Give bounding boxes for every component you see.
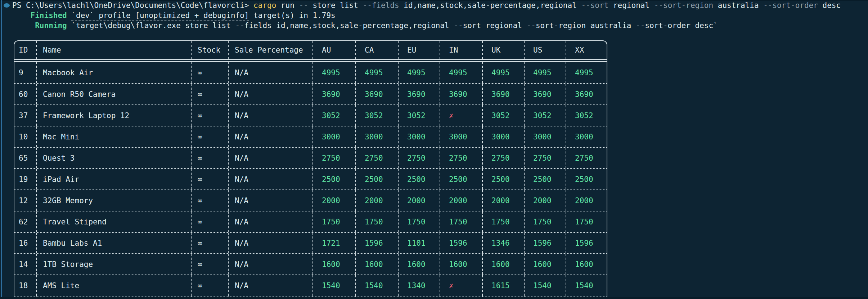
cell-region-in: 2000 [440,190,482,211]
cell-sale-percentage: N/A [228,62,312,83]
cell-id: 14 [14,254,36,275]
cell-name: iPad Air [36,169,191,189]
cell-id: 16 [14,233,36,253]
cell-region-in: 2500 [440,169,482,189]
cell-region-au: 4995 [312,62,355,83]
cell-name: Macbook Air [36,62,191,83]
cell-region-eu: 1600 [398,254,440,275]
cell-stock: ∞ [191,190,228,211]
table-row: 18AMS Lite∞N/A154015401340✗161515401540 [14,275,607,296]
cell-region-uk: 1346 [482,233,524,253]
cell-region-eu: 2750 [398,148,440,168]
terminal-text-segment: --fields [363,1,399,10]
cell-stock: ∞ [191,211,228,232]
cell-region-us: 3000 [524,126,566,147]
table-row: 9Macbook Air∞N/A499549954995499549954995… [14,62,607,83]
terminal-text-segment: target(s) in 1.79s [249,11,335,20]
cell-region-uk: 1600 [482,254,524,275]
column-header-xx: XX [566,41,606,59]
cell-stock: ∞ [191,62,228,83]
cell-stock: ∞ [191,148,228,168]
cell-region-eu: 3052 [398,105,440,126]
prompt-block-indicator-icon [4,3,10,8]
cell-region-uk: 2750 [482,148,524,168]
terminal-text-segment: store list [308,1,363,10]
cell-region-ca: 4995 [355,62,398,83]
column-header-au: AU [312,41,355,59]
cell-region-au: 1540 [312,275,355,296]
terminal-text-segment: --sort [581,1,608,10]
cell-region-au: 2750 [312,148,355,168]
cell-region-in: 2750 [440,148,482,168]
terminal-window: PS C:\Users\lachl\OneDrive\Documents\Cod… [0,0,868,299]
cell-region-au: 2000 [312,190,355,211]
cell-region-eu: 1340 [398,275,440,296]
terminal-text-segment [67,11,72,20]
table-row: 141TB Storage∞N/A16001600160016001600160… [14,253,607,275]
cell-region-xx: 1596 [566,233,606,253]
cell-stock: ∞ [191,84,228,104]
table-row: 37Framework Laptop 12∞N/A305230523052✗30… [14,104,607,126]
column-header-sale-percentage: Sale Percentage [228,41,312,59]
cell-id: 10 [14,126,36,147]
cell-region-eu: 1101 [398,233,440,253]
cell-id: 19 [14,169,36,189]
cell-sale-percentage: N/A [228,148,312,168]
store-list-table: IDNameStockSale PercentageAUCAEUINUKUSXX… [14,40,607,299]
window-left-edge [1,0,2,299]
cell-stock: ∞ [191,233,228,253]
column-header-id: ID [14,41,36,59]
column-header-uk: UK [482,41,524,59]
cell-stock: ∞ [191,254,228,275]
cell-region-ca: 1600 [355,254,398,275]
cell-region-ca: 3052 [355,105,398,126]
cell-region-in: 3690 [440,84,482,104]
terminal-text-segment [12,21,35,30]
cell-region-ca: 3690 [355,84,398,104]
terminal-text-segment: -- [299,1,308,10]
cell-sale-percentage: N/A [228,254,312,275]
cell-region-us: 1540 [524,275,566,296]
terminal-text-segment: cargo [253,1,276,10]
cell-region-xx: 2000 [566,190,606,211]
cell-id: 65 [14,148,36,168]
cell-region-xx: 1750 [566,211,606,232]
cell-region-ca: 3000 [355,126,398,147]
terminal-text-segment: `target\debug\flavor.exe store list --fi… [67,21,718,30]
cell-region-au: 2500 [312,169,355,189]
cell-region-ca: 1596 [355,233,398,253]
cell-region-ca: 1750 [355,211,398,232]
column-header-us: US [524,41,566,59]
cell-region-us: 1750 [524,211,566,232]
cell-name: Travel Stipend [36,211,191,232]
cell-name: Mac Mini [36,126,191,147]
cell-region-uk: 3000 [482,126,524,147]
cell-sale-percentage: N/A [228,169,312,189]
terminal-text-segment: PS C:\Users\lachl\OneDrive\Documents\Cod… [12,1,253,10]
table-row: 62Travel Stipend∞N/A17501750175017501750… [14,211,607,232]
table-row: 10Mac Mini∞N/A30003000300030003000300030… [14,126,607,147]
cell-stock: ∞ [191,275,228,296]
cell-region-eu: 3690 [398,84,440,104]
cell-region-uk: 2000 [482,190,524,211]
cell-region-ca: 2500 [355,169,398,189]
table-row: 60Canon R50 Camera∞N/A369036903690369036… [14,83,607,104]
cell-name: Bambu Labs A1 [36,233,191,253]
window-bottom-edge [0,297,868,299]
cell-region-us: 3052 [524,105,566,126]
cell-region-xx: 2750 [566,148,606,168]
terminal-text-segment: id,name,stock,sale-percentage,regional [399,1,581,10]
column-header-eu: EU [398,41,440,59]
cell-region-xx: 1600 [566,254,606,275]
terminal-text-segment: --sort-region [654,1,713,10]
column-header-name: Name [36,41,191,59]
cell-sale-percentage: N/A [228,233,312,253]
cell-region-us: 3690 [524,84,566,104]
cell-region-in: 1596 [440,233,482,253]
cell-region-in: ✗ [440,275,482,296]
cell-id: 37 [14,105,36,126]
cell-region-xx: 3052 [566,105,606,126]
cell-stock: ∞ [191,105,228,126]
terminal-text-segment: desc [818,1,841,10]
terminal-text-segment: `dev` profile [unoptimized + debuginfo] [71,11,249,21]
